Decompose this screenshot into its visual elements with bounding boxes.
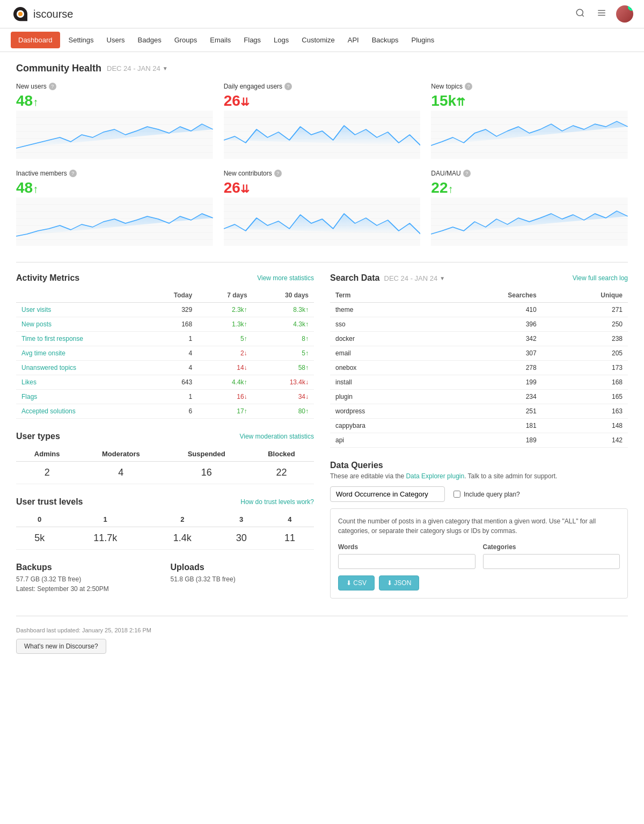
- search-table-row: onebox 278 173: [330, 361, 628, 375]
- avatar[interactable]: 1: [616, 5, 633, 23]
- nav-item-groups[interactable]: Groups: [168, 28, 204, 52]
- metric-link[interactable]: Avg time onsite: [21, 349, 65, 357]
- metrics-table-header-row: Today 7 days 30 days: [16, 288, 314, 303]
- include-query-plan-checkbox[interactable]: [453, 491, 460, 498]
- help-icon-6[interactable]: ?: [463, 170, 471, 177]
- search-date-range[interactable]: DEC 24 - JAN 24 ▼: [384, 274, 445, 282]
- chart-value-daily-engaged: 26⇊: [224, 92, 421, 110]
- nav-item-flags[interactable]: Flags: [237, 28, 267, 52]
- metrics-table-row: Time to first response 1 5↑ 8↑: [16, 332, 314, 346]
- search-table-header-row: Term Searches Unique: [330, 288, 628, 303]
- metric-link[interactable]: Likes: [21, 378, 36, 386]
- search-count: 278: [438, 361, 542, 375]
- help-icon[interactable]: ?: [49, 83, 56, 90]
- nav-item-users[interactable]: Users: [100, 28, 131, 52]
- search-count: 342: [438, 332, 542, 346]
- activity-metrics-section: Activity Metrics View more statistics To…: [16, 273, 314, 419]
- nav-item-logs[interactable]: Logs: [267, 28, 295, 52]
- csv-download-button[interactable]: ⬇ CSV: [338, 575, 375, 590]
- view-full-search-log-link[interactable]: View full search log: [573, 274, 628, 282]
- how-trust-link[interactable]: How do trust levels work?: [240, 498, 314, 506]
- search-title-row: Search Data DEC 24 - JAN 24 ▼: [330, 273, 445, 283]
- query-fields: Words Categories: [338, 542, 620, 569]
- nav-item-settings[interactable]: Settings: [62, 28, 100, 52]
- view-moderation-link[interactable]: View moderation statistics: [239, 433, 314, 440]
- query-select[interactable]: Word Occurrence in Category: [330, 486, 445, 502]
- nav-item-customize[interactable]: Customize: [295, 28, 341, 52]
- json-download-button[interactable]: ⬇ JSON: [379, 575, 419, 590]
- search-unique: 250: [542, 317, 628, 332]
- backups-section: Backups 57.7 GB (3.32 TB free) Latest: S…: [16, 563, 160, 594]
- activity-metrics-table: Today 7 days 30 days User visits 329 2.3…: [16, 288, 314, 419]
- search-table-row: install 199 168: [330, 375, 628, 390]
- data-explorer-link[interactable]: Data Explorer plugin: [406, 472, 464, 480]
- metric-7days: 1.3k↑: [197, 317, 252, 332]
- search-table-row: docker 342 238: [330, 332, 628, 346]
- help-icon-4[interactable]: ?: [69, 170, 77, 177]
- metric-link[interactable]: User visits: [21, 306, 51, 313]
- search-table-row: theme 410 271: [330, 303, 628, 317]
- discourse-logo-icon: [11, 4, 30, 24]
- search-count: 189: [438, 433, 542, 448]
- search-term: install: [330, 375, 438, 390]
- metric-30days: 13.4k↓: [253, 375, 314, 390]
- suspended-value: 16: [164, 462, 249, 484]
- nav-item-emails[interactable]: Emails: [203, 28, 237, 52]
- metrics-table-row: Accepted solutions 6 17↑ 80↑: [16, 404, 314, 419]
- whats-new-button[interactable]: What's new in Discourse?: [16, 639, 106, 654]
- svg-line-4: [582, 14, 583, 16]
- col-7days: 7 days: [197, 288, 252, 303]
- search-count: 307: [438, 346, 542, 361]
- search-table-row: cappybara 181 148: [330, 419, 628, 433]
- search-count: 410: [438, 303, 542, 317]
- header-icons: 1: [573, 5, 633, 23]
- search-term: sso: [330, 317, 438, 332]
- nav-item-api[interactable]: API: [341, 28, 365, 52]
- uploads-size: 51.8 GB (3.32 TB free): [171, 574, 314, 584]
- metric-30days: 8↑: [253, 332, 314, 346]
- view-more-stats-link[interactable]: View more statistics: [257, 274, 314, 282]
- nav-item-plugins[interactable]: Plugins: [405, 28, 441, 52]
- words-label: Words: [338, 542, 475, 552]
- trust-header: User trust levels How do trust levels wo…: [16, 497, 314, 507]
- chart-label-dau-mau: DAU/MAU ?: [431, 170, 628, 177]
- search-table-row: plugin 234 165: [330, 390, 628, 404]
- search-unique: 148: [542, 419, 628, 433]
- words-input[interactable]: [338, 554, 475, 569]
- search-term: email: [330, 346, 438, 361]
- search-table-row: wordpress 251 163: [330, 404, 628, 419]
- chart-new-topics: New topics ? 15k⇈: [431, 83, 628, 159]
- metrics-table-row: User visits 329 2.3k↑ 8.3k↑: [16, 303, 314, 317]
- categories-input[interactable]: [483, 554, 620, 569]
- search-button[interactable]: [573, 6, 587, 23]
- tl1-value: 11.7k: [63, 527, 148, 550]
- help-icon-5[interactable]: ?: [274, 170, 282, 177]
- backups-title: Backups: [16, 563, 160, 572]
- metric-link[interactable]: Time to first response: [21, 335, 83, 342]
- nav-item-backups[interactable]: Backups: [365, 28, 405, 52]
- data-queries-title: Data Queries: [330, 461, 628, 470]
- metric-link[interactable]: Accepted solutions: [21, 407, 76, 415]
- metric-link[interactable]: Flags: [21, 393, 37, 400]
- help-icon-3[interactable]: ?: [465, 83, 472, 90]
- svg-point-2: [18, 12, 23, 16]
- search-data-section: Search Data DEC 24 - JAN 24 ▼ View full …: [330, 273, 628, 448]
- include-query-plan-row: Include query plan?: [453, 491, 520, 498]
- metric-7days: 17↑: [197, 404, 252, 419]
- nav-item-badges[interactable]: Badges: [131, 28, 168, 52]
- user-types-header: User types View moderation statistics: [16, 432, 314, 441]
- nav-item-dashboard[interactable]: Dashboard: [11, 32, 60, 48]
- search-term: theme: [330, 303, 438, 317]
- col-term: Term: [330, 288, 438, 303]
- search-count: 199: [438, 375, 542, 390]
- trust-values-row: 5k 11.7k 1.4k 30 11: [16, 527, 314, 550]
- metric-link[interactable]: Unanswered topics: [21, 364, 76, 371]
- metric-30days: 8.3k↑: [253, 303, 314, 317]
- metric-link[interactable]: New posts: [21, 320, 52, 328]
- community-health-date-range[interactable]: DEC 24 - JAN 24 ▼: [107, 64, 168, 72]
- menu-button[interactable]: [595, 6, 609, 23]
- metric-30days: 4.3k↑: [253, 317, 314, 332]
- footer-divider: [16, 616, 628, 616]
- help-icon-2[interactable]: ?: [284, 83, 292, 90]
- search-term: plugin: [330, 390, 438, 404]
